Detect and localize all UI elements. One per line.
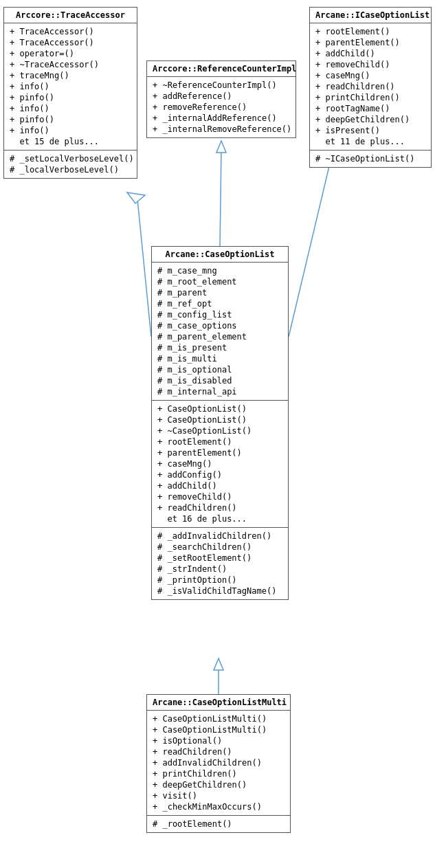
svg-marker-1 bbox=[216, 141, 226, 153]
case-option-list-public: + CaseOptionList() + CaseOptionList() + … bbox=[152, 401, 288, 528]
trace-accessor-private: # _setLocalVerboseLevel() # _localVerbos… bbox=[4, 151, 137, 178]
case-option-list-fields: # m_case_mng # m_root_element # m_parent… bbox=[152, 263, 288, 401]
reference-counter-impl-title: Arccore::ReferenceCounterImpl bbox=[147, 61, 295, 77]
svg-marker-3 bbox=[127, 192, 145, 203]
case-option-list-title: Arcane::CaseOptionList bbox=[152, 247, 288, 263]
i-case-option-list-public: + rootElement() + parentElement() + addC… bbox=[310, 23, 431, 151]
case-option-list-multi-private: # _rootElement() bbox=[147, 816, 290, 832]
diagram-container: Arccore::TraceAccessor + TraceAccessor()… bbox=[0, 0, 435, 868]
case-option-list-multi-title: Arcane::CaseOptionListMulti bbox=[147, 695, 290, 711]
trace-accessor-public: + TraceAccessor() + TraceAccessor() + op… bbox=[4, 23, 137, 151]
case-option-list-private: # _addInvalidChildren() # _searchChildre… bbox=[152, 528, 288, 599]
i-case-option-list-box: Arcane::ICaseOptionList + rootElement() … bbox=[309, 7, 432, 168]
case-option-list-multi-box: Arcane::CaseOptionListMulti + CaseOption… bbox=[146, 694, 291, 833]
case-option-list-multi-public: + CaseOptionListMulti() + CaseOptionList… bbox=[147, 711, 290, 816]
svg-line-0 bbox=[220, 150, 221, 246]
trace-accessor-box: Arccore::TraceAccessor + TraceAccessor()… bbox=[3, 7, 137, 179]
svg-marker-7 bbox=[214, 658, 223, 670]
trace-accessor-title: Arccore::TraceAccessor bbox=[4, 8, 137, 23]
reference-counter-impl-box: Arccore::ReferenceCounterImpl + ~Referen… bbox=[146, 60, 296, 138]
i-case-option-list-private: # ~ICaseOptionList() bbox=[310, 151, 431, 167]
reference-counter-impl-public: + ~ReferenceCounterImpl() + addReference… bbox=[147, 77, 295, 137]
i-case-option-list-title: Arcane::ICaseOptionList bbox=[310, 8, 431, 23]
svg-line-2 bbox=[137, 199, 151, 337]
case-option-list-box: Arcane::CaseOptionList # m_case_mng # m_… bbox=[151, 246, 289, 600]
